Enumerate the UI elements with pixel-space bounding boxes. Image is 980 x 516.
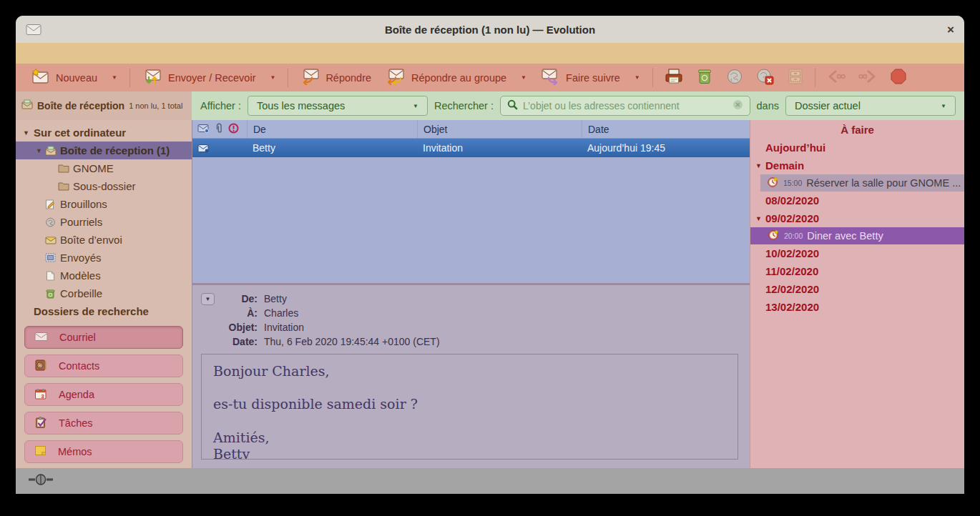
view-switcher: Courriel @ Contacts 3 Agenda Tâches [16, 320, 192, 468]
folder-row[interactable]: ▼ Sur cet ordinateur [16, 124, 192, 142]
message-from: Betty [247, 142, 417, 154]
todo-row[interactable]: 11/02/2020 11/02/2020 [750, 262, 964, 280]
show-combo-value: Tous les messages [257, 100, 345, 111]
switcher-button[interactable]: Mémos [24, 440, 183, 463]
contacts-icon: @ [34, 359, 47, 373]
folder-row[interactable]: Envoyés [16, 249, 192, 267]
folder-stats: 1 non lu, 1 total [129, 101, 182, 110]
attachment-icon[interactable] [215, 123, 223, 136]
switcher-label: Courriel [59, 332, 96, 343]
template-icon [45, 271, 59, 281]
close-button[interactable]: × [947, 24, 954, 36]
stop-button[interactable] [883, 66, 913, 89]
folder-row[interactable]: Pourriels [16, 213, 192, 231]
expander-icon[interactable]: ▼ [750, 215, 762, 222]
menu-item[interactable] [86, 51, 102, 56]
menu-item[interactable] [39, 51, 54, 56]
read-status-icon[interactable] [197, 124, 210, 135]
chevron-down-icon[interactable]: ▼ [270, 74, 275, 81]
clear-search-icon[interactable] [732, 99, 743, 113]
message-date: Aujourd’hui 19:45 [582, 142, 750, 154]
expander-icon[interactable]: ▼ [33, 147, 45, 154]
todo-row[interactable]: ▼ 09/02/2020 09/02/2020 [750, 209, 964, 227]
priority-icon[interactable] [228, 123, 239, 136]
junk-button[interactable] [720, 66, 750, 89]
send-receive-button[interactable]: Envoyer / Recevoir ▼ [135, 66, 283, 89]
switcher-button[interactable]: @ Contacts [24, 354, 183, 377]
show-combo[interactable]: Tous les messages ▼ [248, 96, 428, 116]
header-value: Betty [264, 292, 287, 306]
column-header-date[interactable]: Date [582, 120, 750, 138]
collapse-headers-button[interactable]: ▼ [201, 293, 215, 305]
tasks-icon [34, 417, 47, 430]
evolution-window: Boîte de réception (1 non lu) — Evolutio… [16, 16, 964, 494]
switcher-button[interactable]: Tâches [24, 412, 183, 435]
todo-row[interactable]: Diner avec Betty 20:00 Diner avec Betty [750, 227, 964, 244]
folder-row[interactable]: Brouillons [16, 195, 192, 213]
todo-group-label: 09/02/2020 [765, 212, 819, 224]
delete-button[interactable] [690, 66, 720, 89]
todo-list: Aujourd’hui Aujourd’hui ▼ Demain [750, 139, 964, 316]
chevron-down-icon[interactable]: ▼ [112, 74, 117, 81]
svg-text:3: 3 [41, 392, 44, 399]
todo-row[interactable]: 12/02/2020 12/02/2020 [750, 280, 964, 298]
chevron-down-icon[interactable]: ▼ [521, 74, 526, 81]
column-header-from[interactable]: De [247, 120, 417, 138]
expander-icon[interactable]: ▼ [750, 162, 762, 169]
header-label: Objet: [220, 320, 258, 334]
reply-button[interactable]: Répondre [293, 66, 378, 89]
column-header-subject[interactable]: Objet [417, 120, 582, 138]
menu-item[interactable] [102, 51, 117, 56]
status-bar [16, 468, 964, 494]
forward-button[interactable]: Faire suivre ▼ [534, 66, 647, 89]
header-row: Date: Thu, 6 Feb 2020 19:45:44 +0100 (CE… [220, 334, 440, 349]
reply-group-button[interactable]: Répondre au groupe ▼ [378, 66, 534, 89]
todo-row[interactable]: 08/02/2020 08/02/2020 [750, 192, 964, 209]
toolbar: Nouveau ▼ Envoyer / Recevoir ▼ Répondre … [16, 64, 964, 91]
message-body: Bonjour Charles, es-tu disponible samedi… [201, 354, 738, 460]
todo-row[interactable]: Réserver la salle pour GNOME ... 15:00 R… [750, 174, 964, 192]
folder-row[interactable]: Modèles [16, 267, 192, 284]
folder-row[interactable]: Sous-dossier [16, 177, 192, 195]
message-row[interactable]: Betty Invitation Aujourd’hui 19:45 [192, 139, 750, 157]
online-status-icon[interactable] [29, 474, 53, 488]
archive-button[interactable] [781, 66, 810, 89]
forward-nav-button[interactable] [852, 66, 883, 89]
desktop-background: Boîte de réception (1 non lu) — Evolutio… [0, 0, 980, 516]
todo-row[interactable]: Aujourd’hui Aujourd’hui [750, 139, 964, 157]
titlebar[interactable]: Boîte de réception (1 non lu) — Evolutio… [16, 16, 964, 43]
todo-row[interactable]: ▼ Demain Demain [750, 157, 964, 174]
back-icon [827, 69, 846, 86]
not-junk-button[interactable] [750, 66, 781, 89]
folder-tree: ▼ Sur cet ordinateur ▼ Boîte de réceptio… [16, 124, 192, 320]
todo-group-label: 08/02/2020 [765, 194, 819, 207]
appointment-icon [768, 229, 780, 242]
print-button[interactable] [658, 66, 690, 89]
expander-icon[interactable]: ▼ [20, 129, 32, 137]
scope-combo[interactable]: Dossier actuel ▼ [785, 96, 956, 116]
menu-item[interactable] [23, 51, 39, 56]
menu-item[interactable] [54, 51, 70, 56]
switcher-button[interactable]: 3 Agenda [24, 383, 183, 406]
folder-row[interactable]: GNOME [16, 159, 192, 177]
new-button[interactable]: Nouveau ▼ [23, 66, 124, 89]
search-input[interactable] [523, 100, 727, 111]
folder-row[interactable]: ▼ Boîte de réception (1) [16, 142, 192, 159]
chevron-down-icon[interactable]: ▼ [634, 74, 640, 81]
folder-sidebar: ▼ Sur cet ordinateur ▼ Boîte de réceptio… [16, 120, 192, 468]
todo-title: À faire [750, 122, 964, 139]
folder-row[interactable]: Boîte d’envoi [16, 231, 192, 249]
todo-row[interactable]: 13/02/2020 13/02/2020 [750, 298, 964, 316]
message-subject: Invitation [417, 142, 582, 154]
folder-row[interactable]: Dossiers de recherche [16, 302, 192, 320]
switcher-button[interactable]: Courriel [24, 326, 183, 349]
back-button[interactable] [820, 66, 852, 89]
message-headers: De: Betty À: Charles Objet: Invitation D… [220, 292, 440, 349]
header-label: Date: [220, 334, 258, 349]
search-field[interactable] [500, 96, 750, 116]
menu-item[interactable] [117, 51, 133, 56]
menu-item[interactable] [70, 51, 86, 56]
todo-row[interactable]: 10/02/2020 10/02/2020 [750, 244, 964, 262]
scope-label: dans [757, 100, 779, 111]
folder-row[interactable]: Corbeille [16, 284, 192, 302]
